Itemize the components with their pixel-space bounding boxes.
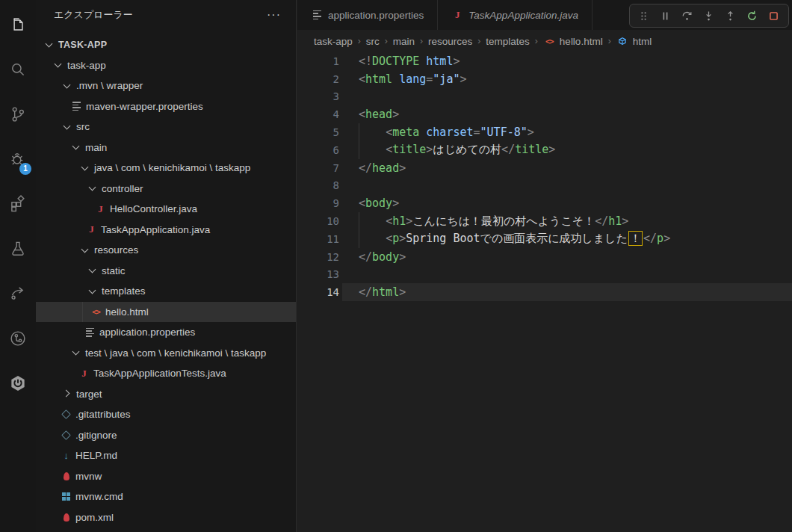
debug-restart-button[interactable] <box>741 5 763 26</box>
tree-item-label: hello.html <box>105 306 149 318</box>
tree-item-src[interactable]: src <box>36 117 296 137</box>
chevron-down-icon <box>87 182 99 194</box>
tree-item-test-java-com-kenichikamoi-taskapp[interactable]: test \ java \ com \ kenichikamoi \ taska… <box>36 343 296 364</box>
tree-item-java-com-kenichikamoi-taskapp[interactable]: java \ com \ kenichikamoi \ taskapp <box>36 158 296 179</box>
breadcrumb-item-hello.html[interactable]: <>hello.html <box>543 35 603 47</box>
debug-step-into-button[interactable] <box>698 5 720 26</box>
code-line-3[interactable]: 3 <box>297 88 792 106</box>
code-line-7[interactable]: 7</head> <box>297 159 792 177</box>
code-line-12[interactable]: 12</body> <box>297 248 792 266</box>
tree-item-label: TaskAppApplication.java <box>101 224 210 235</box>
code-editor[interactable]: 1<!DOCTYPE html>2<html lang="ja">34<head… <box>297 52 792 532</box>
tree-item-label: TaskAppApplicationTests.java <box>93 368 226 379</box>
tree-item-target[interactable]: target <box>36 384 296 405</box>
debug-stop-button[interactable] <box>763 5 785 26</box>
breadcrumb-item-resources[interactable]: resources <box>428 36 472 47</box>
code-line-9[interactable]: 9<body> <box>297 194 792 212</box>
tree-item-maven-wrapper.properties[interactable]: maven-wrapper.properties <box>36 96 296 117</box>
tree-item-taskappapplicationtests.java[interactable]: JTaskAppApplicationTests.java <box>36 363 296 384</box>
activitybar-item-explorer[interactable] <box>0 3 36 48</box>
code-line-5[interactable]: 5 <meta charset="UTF-8"> <box>297 123 792 141</box>
code-line-10[interactable]: 10 <h1>こんにちは！最初の村へようこそ！</h1> <box>297 212 792 230</box>
java-icon: J <box>85 223 98 235</box>
tree-item-taskappapplication.java[interactable]: JTaskAppApplication.java <box>36 220 296 241</box>
activitybar-item-extensions[interactable] <box>0 182 36 227</box>
chevron-right-icon: › <box>608 36 611 46</box>
tree-item-label: controller <box>102 183 143 194</box>
java-icon: J <box>94 203 107 215</box>
debug-drag-handle-button[interactable] <box>633 5 655 26</box>
code-line-14[interactable]: 14</html> <box>297 283 792 301</box>
restart-icon <box>746 10 758 22</box>
markdown-icon: ↓ <box>60 450 72 462</box>
tree-item-templates[interactable]: templates <box>36 281 296 302</box>
tree-item-label: resources <box>94 244 138 256</box>
tab-taskappapplication.java[interactable]: JTaskAppApplication.java <box>438 0 593 30</box>
more-actions-icon[interactable]: ··· <box>262 8 285 22</box>
tree-item-mvnw.cmd[interactable]: mvnw.cmd <box>36 486 296 507</box>
tree-item-pom.xml[interactable]: pom.xml <box>36 507 296 528</box>
tree-item-task-app[interactable]: task-app <box>36 55 296 76</box>
activitybar-item-source-control[interactable] <box>0 93 36 137</box>
chevron-right-icon <box>61 388 73 400</box>
tree-item-.gitignore[interactable]: .gitignore <box>36 425 296 446</box>
activitybar-item-live-share[interactable] <box>0 272 36 317</box>
activitybar-item-search[interactable] <box>0 48 36 93</box>
tree-item-label: TASK-APP <box>58 40 107 50</box>
activitybar-item-spring-boot-dashboard[interactable] <box>0 362 36 406</box>
line-number: 12 <box>297 251 359 263</box>
tree-item-application.properties[interactable]: application.properties <box>36 322 296 343</box>
code-line-8[interactable]: 8 <box>297 177 792 195</box>
line-number: 5 <box>297 126 359 138</box>
tree-item-hello.html[interactable]: <>hello.html <box>36 302 296 323</box>
debug-toolbar <box>629 4 789 28</box>
code-line-6[interactable]: 6 <title>はじめての村</title> <box>297 141 792 159</box>
tree-item-mvnw[interactable]: mvnw <box>36 466 296 487</box>
tree-item-main[interactable]: main <box>36 137 296 158</box>
tree-item-label: java \ com \ kenichikamoi \ taskapp <box>94 162 250 173</box>
tree-item-resources[interactable]: resources <box>36 240 296 261</box>
breadcrumb: task-app›src›main›resources›templates›<>… <box>297 30 792 52</box>
breadcrumb-item-main[interactable]: main <box>393 36 415 47</box>
breadcrumb-item-templates[interactable]: templates <box>486 36 530 47</box>
activitybar-item-testing[interactable] <box>0 227 36 272</box>
activitybar-item-java-projects[interactable] <box>0 317 36 362</box>
tree-item-hellocontroller.java[interactable]: JHelloController.java <box>36 199 296 220</box>
maven-icon <box>60 470 72 482</box>
code-line-13[interactable]: 13 <box>297 266 792 284</box>
activitybar-item-run-debug[interactable]: 1 <box>0 137 36 182</box>
code-line-1[interactable]: 1<!DOCTYPE html> <box>297 52 792 70</box>
breadcrumb-label: resources <box>428 36 472 47</box>
tree-item-help.md[interactable]: ↓HELP.md <box>36 445 296 466</box>
tree-item-.gitattributes[interactable]: .gitattributes <box>36 404 296 425</box>
current-line-highlight <box>342 283 792 301</box>
debug-pause-button[interactable] <box>655 5 676 26</box>
code-text: <body> <box>359 197 399 210</box>
chevron-down-icon <box>61 121 73 133</box>
breadcrumb-item-src[interactable]: src <box>366 36 380 47</box>
code-line-2[interactable]: 2<html lang="ja"> <box>297 70 792 88</box>
code-line-11[interactable]: 11 <p>Spring Bootでの画面表示に成功しました！</p> <box>297 230 792 248</box>
tree-item-task-app[interactable]: TASK-APP <box>36 34 296 55</box>
debug-step-out-button[interactable] <box>720 5 741 26</box>
line-number: 11 <box>297 233 359 245</box>
line-number: 3 <box>297 90 359 102</box>
code-line-4[interactable]: 4<head> <box>297 105 792 123</box>
tab-application.properties[interactable]: application.properties <box>297 0 438 30</box>
tree-item-label: .gitattributes <box>75 409 131 420</box>
line-number: 10 <box>297 215 359 227</box>
maven-icon <box>60 511 72 523</box>
explorer-sidebar: エクスプローラー ··· TASK-APPtask-app.mvn \ wrap… <box>36 0 297 532</box>
debug-step-over-button[interactable] <box>676 5 698 26</box>
code-text: <title>はじめての村</title> <box>359 143 555 157</box>
code-text: <meta charset="UTF-8"> <box>359 126 534 139</box>
tree-item-.mvn-wrapper[interactable]: .mvn \ wrapper <box>36 75 296 96</box>
tree-item-static[interactable]: static <box>36 261 296 282</box>
breadcrumb-item-html[interactable]: html <box>616 35 652 47</box>
java-icon: J <box>451 9 463 21</box>
properties-icon <box>311 9 323 21</box>
breadcrumb-item-task-app[interactable]: task-app <box>314 36 353 47</box>
tree-item-controller[interactable]: controller <box>36 179 296 200</box>
line-number: 9 <box>297 197 359 209</box>
html-file-icon: <> <box>543 35 556 47</box>
